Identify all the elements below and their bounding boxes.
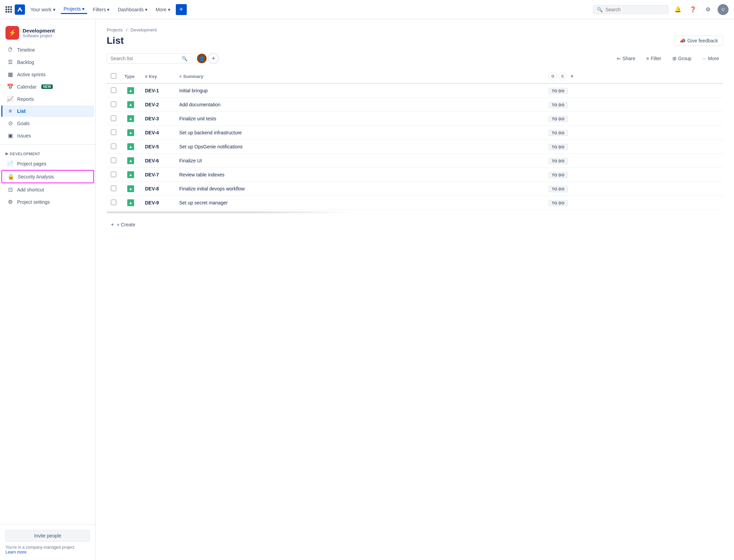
help-button[interactable]: ❓ xyxy=(687,4,698,15)
notifications-button[interactable]: 🔔 xyxy=(672,4,683,15)
goals-icon: ⊙ xyxy=(7,120,14,126)
sidebar-item-timeline[interactable]: ⏱ Timeline xyxy=(1,44,94,56)
table-row: ▲ DEV-1 Initial bringup TO DO xyxy=(107,83,723,98)
learn-more-link[interactable]: Learn more xyxy=(5,550,26,555)
row-status-cell: TO DO xyxy=(545,140,723,154)
nav-dashboards[interactable]: Dashboards ▾ xyxy=(115,5,150,14)
status-badge: TO DO xyxy=(549,102,567,108)
row-checkbox-cell xyxy=(107,98,120,112)
page-header: List 📣 Give feedback xyxy=(107,35,723,46)
row-summary-cell: Set up secret manager xyxy=(175,196,545,210)
search-input[interactable] xyxy=(605,7,660,12)
table-row: ▲ DEV-3 Finalize unit tests TO DO xyxy=(107,112,723,126)
search-list-input[interactable] xyxy=(110,56,179,61)
sidebar-item-issues[interactable]: ▣ Issues xyxy=(1,130,94,142)
sidebar-item-reports[interactable]: 📈 Reports xyxy=(1,93,94,105)
row-status-cell: TO DO xyxy=(545,168,723,182)
row-type-cell: ▲ xyxy=(120,83,141,98)
search-list-field[interactable]: 🔍 xyxy=(107,53,192,64)
row-checkbox[interactable] xyxy=(111,88,116,93)
user-avatar-1[interactable]: 👤 xyxy=(196,53,207,64)
s-col-icon[interactable]: S xyxy=(558,72,566,80)
row-checkbox-cell xyxy=(107,154,120,168)
row-checkbox[interactable] xyxy=(111,130,116,135)
sidebar-item-label: Backlog xyxy=(17,59,34,65)
sidebar-item-calendar[interactable]: 📅 Calendar NEW xyxy=(1,81,94,93)
summary-header[interactable]: ≡Summary xyxy=(175,69,545,83)
add-user-button[interactable]: + xyxy=(208,53,219,64)
table-row: ▲ DEV-9 Set up secret manager TO DO xyxy=(107,196,723,210)
row-checkbox[interactable] xyxy=(111,158,116,163)
row-key-cell[interactable]: DEV-2 xyxy=(141,98,175,112)
row-checkbox[interactable] xyxy=(111,186,116,191)
table-header: Type #Key ≡Summary ⊙ S + xyxy=(107,69,723,83)
row-key-cell[interactable]: DEV-3 xyxy=(141,112,175,126)
row-checkbox[interactable] xyxy=(111,200,116,205)
breadcrumb-projects[interactable]: Projects xyxy=(107,27,123,32)
row-summary-cell: Review table indexes xyxy=(175,168,545,182)
row-type-cell: ▲ xyxy=(120,168,141,182)
row-key-cell[interactable]: DEV-6 xyxy=(141,154,175,168)
settings-button[interactable]: ⚙ xyxy=(703,4,713,15)
sidebar-item-backlog[interactable]: ☰ Backlog xyxy=(1,56,94,68)
give-feedback-button[interactable]: 📣 Give feedback xyxy=(674,36,723,46)
filter-button[interactable]: ≡ Filter xyxy=(642,54,665,63)
row-checkbox[interactable] xyxy=(111,172,116,177)
development-section[interactable]: ▶ DEVELOPMENT xyxy=(0,147,95,157)
row-checkbox[interactable] xyxy=(111,116,116,121)
row-key-cell[interactable]: DEV-5 xyxy=(141,140,175,154)
sidebar-item-active-sprints[interactable]: ▦ Active sprints xyxy=(1,68,94,80)
row-key-cell[interactable]: DEV-1 xyxy=(141,83,175,98)
create-button[interactable]: + xyxy=(176,4,187,15)
share-button[interactable]: ⇐ Share xyxy=(613,54,639,63)
sidebar-item-label: Project pages xyxy=(17,161,47,166)
sidebar-item-project-pages[interactable]: 📄 Project pages xyxy=(1,158,94,170)
breadcrumb-current[interactable]: Development xyxy=(131,27,157,32)
global-search[interactable]: 🔍 xyxy=(593,5,668,14)
select-all-checkbox[interactable] xyxy=(111,73,116,79)
create-issue-row[interactable]: + + Create xyxy=(107,217,723,232)
sidebar-item-goals[interactable]: ⊙ Goals xyxy=(1,117,94,129)
status-badge: TO DO xyxy=(549,144,567,150)
row-checkbox[interactable] xyxy=(111,144,116,149)
main-layout: ⚡ Development Software project ⏱ Timelin… xyxy=(0,19,734,560)
nav-your-work[interactable]: Your work ▾ xyxy=(28,5,58,14)
row-key-cell[interactable]: DEV-9 xyxy=(141,196,175,210)
sidebar-item-security-analysis[interactable]: 🔒 Security Analysis xyxy=(1,170,94,183)
nav-projects[interactable]: Projects ▾ xyxy=(61,5,88,14)
clock-col-icon[interactable]: ⊙ xyxy=(549,72,557,80)
sidebar-item-list[interactable]: ≡ List xyxy=(1,105,94,117)
sidebar-item-label: Project settings xyxy=(17,199,50,205)
invite-people-button[interactable]: Invite people xyxy=(5,530,90,542)
add-column-button[interactable]: + xyxy=(568,72,576,80)
row-key-cell[interactable]: DEV-4 xyxy=(141,126,175,140)
row-status-cell: TO DO xyxy=(545,112,723,126)
key-header[interactable]: #Key xyxy=(141,69,175,83)
row-key-cell[interactable]: DEV-8 xyxy=(141,182,175,196)
list-toolbar: 🔍 👤 + ⇐ Share ≡ Filter ⊞ Group xyxy=(107,53,723,64)
user-avatar[interactable]: U xyxy=(718,4,729,15)
atlassian-logo[interactable] xyxy=(15,4,25,15)
more-button[interactable]: ··· More xyxy=(698,54,723,63)
sidebar-item-project-settings[interactable]: ⚙ Project settings xyxy=(1,196,94,208)
row-key-cell[interactable]: DEV-7 xyxy=(141,168,175,182)
row-checkbox-cell xyxy=(107,126,120,140)
group-icon: ⊞ xyxy=(672,56,677,61)
nav-more[interactable]: More ▾ xyxy=(153,5,173,14)
nav-filters[interactable]: Filters ▾ xyxy=(90,5,112,14)
sidebar-item-add-shortcut[interactable]: ⊡ Add shortcut xyxy=(1,184,94,196)
toolbar-actions: ⇐ Share ≡ Filter ⊞ Group ··· More xyxy=(613,54,723,63)
story-type-icon: ▲ xyxy=(127,171,134,178)
table-row: ▲ DEV-7 Review table indexes TO DO xyxy=(107,168,723,182)
type-header[interactable]: Type xyxy=(120,69,141,83)
sidebar-navigation: ⏱ Timeline ☰ Backlog ▦ Active sprints 📅 … xyxy=(0,44,95,524)
row-checkbox[interactable] xyxy=(111,102,116,107)
sidebar-item-label: Goals xyxy=(17,121,30,126)
group-button[interactable]: ⊞ Group xyxy=(668,54,696,63)
story-type-icon: ▲ xyxy=(127,199,134,206)
company-message: You're in a company-managed project Lear… xyxy=(5,545,90,555)
sprint-icon: ▦ xyxy=(7,71,14,78)
chevron-down-icon: ▾ xyxy=(107,7,109,12)
grid-menu-icon[interactable] xyxy=(5,6,12,13)
select-all-header xyxy=(107,69,120,83)
